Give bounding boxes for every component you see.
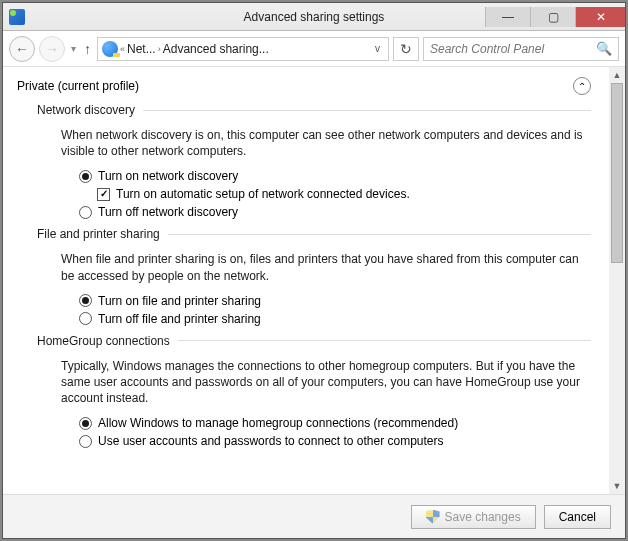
network-discovery-desc: When network discovery is on, this compu… [61, 127, 583, 159]
file-printer-desc: When file and printer sharing is on, fil… [61, 251, 583, 283]
radio-fileprint-off[interactable]: Turn off file and printer sharing [79, 312, 591, 326]
up-button[interactable]: ↑ [82, 41, 93, 57]
refresh-button[interactable]: ↻ [393, 37, 419, 61]
breadcrumb-network[interactable]: Net... [127, 42, 156, 56]
profile-header[interactable]: Private (current profile) ⌃ [17, 77, 591, 95]
search-input[interactable] [430, 42, 596, 56]
divider [143, 110, 591, 111]
chevron-right-icon: › [158, 44, 161, 54]
cancel-button[interactable]: Cancel [544, 505, 611, 529]
radio-discovery-on[interactable]: Turn on network discovery [79, 169, 591, 183]
checkbox-icon [97, 188, 110, 201]
scroll-up-icon[interactable]: ▲ [609, 67, 625, 83]
save-changes-button[interactable]: Save changes [411, 505, 536, 529]
homegroup-title: HomeGroup connections [37, 334, 170, 348]
scroll-thumb[interactable] [611, 83, 623, 263]
vertical-scrollbar[interactable]: ▲ ▼ [609, 67, 625, 494]
radio-fileprint-on[interactable]: Turn on file and printer sharing [79, 294, 591, 308]
file-printer-title: File and printer sharing [37, 227, 160, 241]
maximize-button[interactable]: ▢ [530, 7, 575, 27]
footer: Save changes Cancel [3, 494, 625, 538]
chevron-up-icon: ⌃ [578, 81, 586, 92]
navigation-bar: ← → ▾ ↑ « Net... › Advanced sharing... v… [3, 31, 625, 67]
search-box[interactable]: 🔍 [423, 37, 619, 61]
content-area: Private (current profile) ⌃ Network disc… [3, 67, 625, 494]
minimize-button[interactable]: — [485, 7, 530, 27]
radio-icon [79, 170, 92, 183]
chevron-left-icon: « [120, 44, 125, 54]
radio-icon [79, 206, 92, 219]
shield-icon [426, 510, 440, 524]
window: Advanced sharing settings — ▢ ✕ ← → ▾ ↑ … [2, 2, 626, 539]
breadcrumb-current[interactable]: Advanced sharing... [163, 42, 269, 56]
checkbox-auto-setup[interactable]: Turn on automatic setup of network conne… [97, 187, 591, 201]
radio-icon [79, 417, 92, 430]
search-icon[interactable]: 🔍 [596, 41, 612, 56]
radio-homegroup-user[interactable]: Use user accounts and passwords to conne… [79, 434, 591, 448]
back-button[interactable]: ← [9, 36, 35, 62]
collapse-button[interactable]: ⌃ [573, 77, 591, 95]
homegroup-desc: Typically, Windows manages the connectio… [61, 358, 583, 407]
history-dropdown-icon[interactable]: ▾ [69, 43, 78, 54]
network-icon [102, 41, 118, 57]
network-discovery-title: Network discovery [37, 103, 135, 117]
titlebar: Advanced sharing settings — ▢ ✕ [3, 3, 625, 31]
scroll-down-icon[interactable]: ▼ [609, 478, 625, 494]
profile-label: Private (current profile) [17, 79, 139, 93]
radio-discovery-off[interactable]: Turn off network discovery [79, 205, 591, 219]
forward-button[interactable]: → [39, 36, 65, 62]
radio-icon [79, 294, 92, 307]
radio-icon [79, 435, 92, 448]
divider [178, 340, 591, 341]
scroll-track[interactable] [609, 83, 625, 478]
address-dropdown-icon[interactable]: v [375, 43, 384, 54]
radio-icon [79, 312, 92, 325]
control-panel-icon [9, 9, 25, 25]
divider [168, 234, 591, 235]
window-title: Advanced sharing settings [244, 10, 385, 24]
address-bar[interactable]: « Net... › Advanced sharing... v [97, 37, 389, 61]
radio-homegroup-allow[interactable]: Allow Windows to manage homegroup connec… [79, 416, 591, 430]
close-button[interactable]: ✕ [575, 7, 625, 27]
